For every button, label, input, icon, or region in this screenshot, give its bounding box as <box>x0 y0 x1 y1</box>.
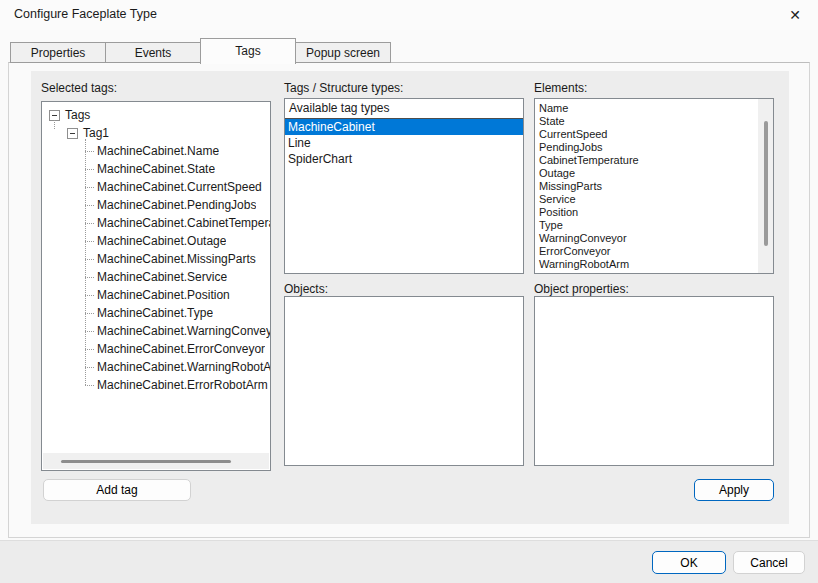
collapse-toggle-icon[interactable] <box>67 128 78 139</box>
tree-item[interactable]: MachineCabinet.Outage <box>85 232 270 250</box>
element-item[interactable]: CabinetTemperature <box>539 154 773 167</box>
tree-connector <box>85 295 94 296</box>
tree-item-label: MachineCabinet.Position <box>97 288 230 302</box>
tree-node-label: Tag1 <box>83 126 109 140</box>
element-item[interactable]: MissingParts <box>539 180 773 193</box>
tag-types-list[interactable]: Available tag types MachineCabinet Line … <box>284 98 524 274</box>
dialog-title: Configure Faceplate Type <box>14 7 157 21</box>
elements-label: Elements: <box>534 81 587 95</box>
tree-item[interactable]: MachineCabinet.Position <box>85 286 270 304</box>
tree-connector <box>85 169 94 170</box>
tree-item-label: MachineCabinet.State <box>97 162 215 176</box>
cancel-button[interactable]: Cancel <box>733 551 805 574</box>
configure-faceplate-dialog: Configure Faceplate Type ✕ Properties Ev… <box>0 0 818 583</box>
tree-item[interactable]: MachineCabinet.ErrorConveyor <box>85 340 270 358</box>
tree-item[interactable]: MachineCabinet.Name <box>85 142 270 160</box>
tree-node-tag1[interactable]: Tag1 <box>49 124 270 142</box>
tree-connector <box>85 223 94 224</box>
title-bar: Configure Faceplate Type ✕ <box>0 0 818 30</box>
tag-type-item[interactable]: SpiderChart <box>285 151 523 167</box>
element-item[interactable]: State <box>539 115 773 128</box>
tree-item-label: MachineCabinet.ErrorRobotArm <box>97 378 268 392</box>
scrollbar-thumb[interactable] <box>764 121 768 246</box>
tree-connector <box>85 313 94 314</box>
tree-item-label: MachineCabinet.Type <box>97 306 213 320</box>
tree-item[interactable]: MachineCabinet.WarningRobotArm <box>85 358 270 376</box>
tag-type-item[interactable]: MachineCabinet <box>285 119 523 135</box>
tree-connector <box>85 385 94 386</box>
tree-item-label: MachineCabinet.WarningConveyor <box>97 324 270 338</box>
tree-connector <box>85 241 94 242</box>
tag-type-item[interactable]: Line <box>285 135 523 151</box>
tree-item[interactable]: MachineCabinet.WarningConveyor <box>85 322 270 340</box>
elements-list[interactable]: Name State CurrentSpeed PendingJobs Cabi… <box>534 98 774 274</box>
tab[interactable]: Popup screen <box>295 42 391 63</box>
tree-item-label: MachineCabinet.Service <box>97 270 227 284</box>
tree-connector <box>85 259 94 260</box>
tree-node-tags[interactable]: Tags <box>49 106 270 124</box>
element-item[interactable]: PendingJobs <box>539 141 773 154</box>
object-properties-label: Object properties: <box>534 282 629 296</box>
tree-connector <box>85 205 94 206</box>
tree-connector <box>85 187 94 188</box>
tree-connector <box>85 367 94 368</box>
element-item[interactable]: Outage <box>539 167 773 180</box>
tree-item[interactable]: MachineCabinet.Type <box>85 304 270 322</box>
tag-tree: Tags Tag1 MachineCabinet.Name <box>42 102 270 470</box>
tree-connector <box>85 277 94 278</box>
tree-connector <box>85 331 94 332</box>
object-properties-list[interactable] <box>534 296 774 466</box>
element-item[interactable]: CurrentSpeed <box>539 128 773 141</box>
tree-item-label: MachineCabinet.WarningRobotArm <box>97 360 270 374</box>
element-item[interactable]: ErrorConveyor <box>539 245 773 258</box>
element-item[interactable]: Type <box>539 219 773 232</box>
element-item[interactable]: Service <box>539 193 773 206</box>
tag-types-items: MachineCabinet Line SpiderChart <box>285 119 523 167</box>
tab[interactable]: Properties <box>10 42 106 63</box>
tree-leaves: MachineCabinet.Name MachineCabinet.State… <box>85 142 270 394</box>
tab[interactable]: Tags <box>200 38 296 64</box>
tree-item-label: MachineCabinet.CurrentSpeed <box>97 180 262 194</box>
element-item[interactable]: Position <box>539 206 773 219</box>
tree-item-label: MachineCabinet.PendingJobs <box>97 198 256 212</box>
tree-item[interactable]: MachineCabinet.CurrentSpeed <box>85 178 270 196</box>
tree-node-label: Tags <box>65 108 90 122</box>
selected-tags-label: Selected tags: <box>41 81 117 95</box>
tree-item-label: MachineCabinet.MissingParts <box>97 252 256 266</box>
tree-item[interactable]: MachineCabinet.Service <box>85 268 270 286</box>
objects-label: Objects: <box>284 282 328 296</box>
tag-types-label: Tags / Structure types: <box>284 81 403 95</box>
elements-items: Name State CurrentSpeed PendingJobs Cabi… <box>535 99 773 271</box>
tree-item[interactable]: MachineCabinet.PendingJobs <box>85 196 270 214</box>
tab-bar: Properties Events Tags Popup screen <box>10 37 391 63</box>
tree-item-label: MachineCabinet.Outage <box>97 234 226 248</box>
tab-page: Selected tags: Tags Tag1 <box>8 62 810 538</box>
tags-tab-content: Selected tags: Tags Tag1 <box>31 71 789 524</box>
close-icon[interactable]: ✕ <box>772 0 818 30</box>
tab[interactable]: Events <box>105 42 201 63</box>
element-item[interactable]: Name <box>539 102 773 115</box>
tree-item-label: MachineCabinet.ErrorConveyor <box>97 342 265 356</box>
tree-item[interactable]: MachineCabinet.State <box>85 160 270 178</box>
tree-connector <box>85 151 94 152</box>
dialog-footer: OK Cancel <box>0 540 818 583</box>
ok-button[interactable]: OK <box>652 551 726 574</box>
horizontal-scrollbar[interactable] <box>43 453 269 469</box>
tree-connector <box>85 349 94 350</box>
element-item[interactable]: WarningConveyor <box>539 232 773 245</box>
selected-tags-tree[interactable]: Tags Tag1 MachineCabinet.Name <box>41 101 271 471</box>
scrollbar-thumb[interactable] <box>61 460 231 463</box>
tree-item-label: MachineCabinet.CabinetTemperature <box>97 216 270 230</box>
tag-types-list-header: Available tag types <box>285 99 523 119</box>
tree-item[interactable]: MachineCabinet.ErrorRobotArm <box>85 376 270 394</box>
vertical-scrollbar[interactable] <box>758 99 773 273</box>
tree-item-label: MachineCabinet.Name <box>97 144 219 158</box>
element-item[interactable]: WarningRobotArm <box>539 258 773 271</box>
add-tag-button[interactable]: Add tag <box>43 479 191 501</box>
objects-list[interactable] <box>284 296 524 466</box>
apply-button[interactable]: Apply <box>694 479 774 501</box>
collapse-toggle-icon[interactable] <box>49 110 60 121</box>
tree-item[interactable]: MachineCabinet.MissingParts <box>85 250 270 268</box>
tree-item[interactable]: MachineCabinet.CabinetTemperature <box>85 214 270 232</box>
